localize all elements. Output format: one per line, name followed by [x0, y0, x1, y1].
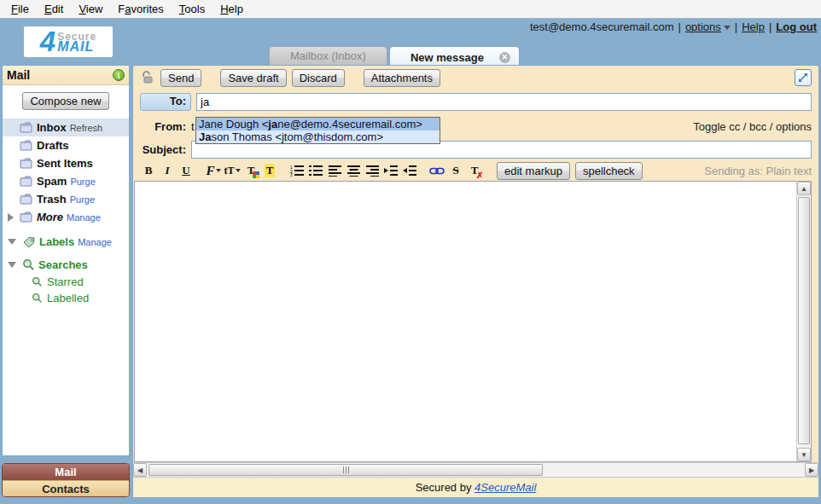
discard-button[interactable]: Discard	[292, 69, 345, 87]
sending-as-status: Sending as: Plain text	[704, 165, 812, 177]
sidebar: Mail i Compose new Inbox Refresh Drafts …	[2, 65, 130, 456]
sidebar-item-sent-items[interactable]: Sent Items	[3, 154, 129, 172]
tab-bar: Mailbox (Inbox) New message ✕	[269, 46, 520, 65]
trash-purge-link[interactable]: Purge	[70, 194, 95, 205]
scroll-right-icon[interactable]: ▶	[805, 463, 818, 477]
from-label: From:	[140, 120, 191, 133]
sidebar-item-trash[interactable]: Trash Purge	[3, 190, 129, 208]
folder-icon	[20, 158, 33, 169]
highlight-icon[interactable]: T	[261, 163, 278, 179]
align-left-icon[interactable]	[326, 163, 343, 179]
tab-new-message[interactable]: New message ✕	[389, 46, 520, 65]
bold-icon[interactable]: B	[140, 163, 157, 179]
compose-new-button[interactable]: Compose new	[22, 92, 108, 110]
scroll-left-icon[interactable]: ◀	[133, 463, 147, 477]
folder-icon	[20, 211, 33, 223]
numbered-list-icon[interactable]: 123	[288, 163, 306, 179]
search-icon	[32, 293, 43, 304]
spam-purge-link[interactable]: Purge	[70, 177, 95, 187]
accordion-mail-button[interactable]: Mail	[3, 464, 129, 480]
unlock-icon[interactable]	[140, 70, 155, 85]
message-body-textarea[interactable]	[135, 182, 811, 461]
logo-mail: MAIL	[57, 42, 96, 51]
vertical-scrollbar[interactable]: ▲ ▼	[796, 182, 811, 461]
font-color-icon[interactable]: T	[242, 163, 259, 179]
autocomplete-dropdown: Jane Dough <jane@demo.4securemail.com> J…	[195, 117, 440, 144]
sidebar-item-labelled[interactable]: Labelled	[3, 290, 129, 306]
menu-tools[interactable]: Tools	[172, 1, 213, 17]
message-body[interactable]	[134, 181, 812, 462]
secured-by-text: Secured by	[416, 481, 475, 494]
separator: |	[769, 20, 772, 33]
horizontal-scrollbar[interactable]: ◀ ▶	[133, 462, 818, 477]
compose-toolbar: Send Save draft Discard Attachments	[133, 66, 818, 90]
info-icon[interactable]: i	[113, 69, 125, 81]
scroll-up-icon[interactable]: ▲	[797, 182, 811, 195]
vertical-scroll-thumb[interactable]	[798, 197, 810, 444]
tab-close-icon[interactable]: ✕	[499, 52, 510, 63]
folder-icon	[20, 140, 33, 151]
account-bar: test@demo.4securemail.com | options | He…	[530, 19, 817, 35]
menu-edit[interactable]: Edit	[37, 1, 71, 17]
sidebar-item-more[interactable]: More Manage	[3, 208, 129, 226]
sidebar-item-drafts[interactable]: Drafts	[3, 136, 129, 154]
format-toolbar: B I U F tT T T 123 S T✗ edit markup spel…	[133, 160, 818, 181]
bullet-list-icon[interactable]	[307, 163, 324, 179]
help-link[interactable]: Help	[742, 20, 765, 33]
more-manage-link[interactable]: Manage	[67, 212, 101, 223]
menu-view[interactable]: View	[71, 1, 110, 17]
tab-mailbox-inbox[interactable]: Mailbox (Inbox)	[269, 46, 387, 65]
brand-link[interactable]: 4SecureMail	[475, 481, 536, 494]
menu-help[interactable]: Help	[213, 1, 251, 17]
clear-format-icon[interactable]: T✗	[466, 163, 483, 179]
subject-label: Subject:	[140, 143, 191, 156]
from-value[interactable]: t	[191, 120, 195, 133]
collapse-arrow-icon[interactable]	[8, 239, 16, 245]
attachments-button[interactable]: Attachments	[364, 69, 440, 87]
separator: |	[735, 20, 737, 33]
compose-panel: Send Save draft Discard Attachments To: …	[132, 65, 819, 496]
strikethrough-icon[interactable]: S	[447, 163, 464, 179]
expand-arrow-icon[interactable]	[8, 213, 14, 222]
collapse-arrow-icon[interactable]	[8, 262, 16, 268]
indent-icon[interactable]	[382, 163, 399, 179]
sidebar-item-labels[interactable]: Labels Manage	[3, 233, 129, 251]
autocomplete-option-jason[interactable]: Jason Thomas <jtom@thisdom.com>	[196, 130, 440, 143]
sidebar-item-inbox[interactable]: Inbox Refresh	[3, 119, 129, 136]
options-link[interactable]: options	[685, 20, 731, 33]
to-label-button[interactable]: To:	[140, 93, 191, 111]
link-icon[interactable]	[428, 163, 445, 179]
align-right-icon[interactable]	[364, 163, 381, 179]
autocomplete-option-jane[interactable]: Jane Dough <jane@demo.4securemail.com>	[196, 118, 440, 130]
accordion-contacts-button[interactable]: Contacts	[3, 480, 129, 497]
browser-menu-bar: File Edit View Favorites Tools Help	[0, 0, 821, 19]
sidebar-item-searches[interactable]: Searches	[3, 256, 129, 274]
align-center-icon[interactable]	[345, 163, 362, 179]
sidebar-item-starred[interactable]: Starred	[3, 274, 129, 290]
labels-manage-link[interactable]: Manage	[78, 237, 112, 247]
account-email: test@demo.4securemail.com	[530, 20, 674, 33]
spellcheck-button[interactable]: spellcheck	[575, 162, 643, 180]
save-draft-button[interactable]: Save draft	[220, 69, 286, 87]
menu-file[interactable]: File	[3, 1, 37, 17]
logout-link[interactable]: Log out	[776, 20, 817, 33]
svg-text:3: 3	[290, 172, 293, 177]
italic-icon[interactable]: I	[159, 163, 176, 179]
app-logo: 4 Secure MAIL	[24, 26, 113, 57]
outdent-icon[interactable]	[401, 163, 418, 179]
inbox-refresh-link[interactable]: Refresh	[70, 123, 103, 133]
toggle-cc-bcc-link[interactable]: Toggle cc / bcc / options	[693, 120, 812, 133]
edit-markup-button[interactable]: edit markup	[497, 162, 570, 180]
font-size-icon[interactable]: tT	[224, 163, 241, 179]
popout-window-icon[interactable]	[795, 69, 812, 86]
menu-favorites[interactable]: Favorites	[110, 1, 171, 17]
sidebar-item-spam[interactable]: Spam Purge	[3, 172, 129, 190]
horizontal-scroll-thumb[interactable]	[148, 464, 543, 476]
search-icon	[32, 276, 43, 287]
font-face-icon[interactable]: F	[205, 163, 222, 179]
sidebar-header: Mail i	[3, 66, 129, 85]
to-input[interactable]	[196, 93, 812, 111]
underline-icon[interactable]: U	[178, 163, 195, 179]
send-button[interactable]: Send	[160, 69, 201, 87]
scroll-down-icon[interactable]: ▼	[797, 448, 811, 461]
